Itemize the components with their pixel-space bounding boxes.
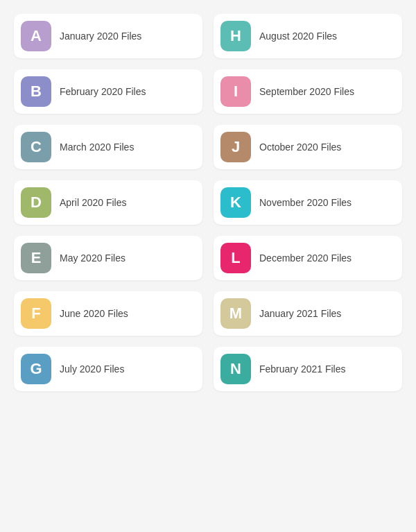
letter-badge: L	[220, 243, 251, 273]
file-item[interactable]: K November 2020 Files	[214, 180, 402, 225]
letter-badge: A	[21, 21, 51, 51]
file-label: June 2020 Files	[60, 308, 128, 319]
letter-badge: J	[220, 132, 251, 162]
file-label: November 2020 Files	[259, 197, 352, 208]
file-label: January 2020 Files	[60, 31, 141, 42]
file-item[interactable]: I September 2020 Files	[214, 69, 402, 114]
file-label: December 2020 Files	[259, 252, 352, 264]
file-label: July 2020 Files	[60, 363, 124, 375]
letter-badge: H	[220, 21, 251, 51]
file-label: May 2020 Files	[60, 252, 125, 264]
letter-badge: C	[21, 132, 51, 162]
file-item[interactable]: H August 2020 Files	[214, 14, 402, 58]
file-label: April 2020 Files	[60, 197, 127, 208]
file-label: March 2020 Files	[60, 141, 134, 153]
file-item[interactable]: D April 2020 Files	[14, 180, 202, 225]
file-item[interactable]: L December 2020 Files	[214, 236, 402, 280]
file-item[interactable]: N February 2021 Files	[214, 347, 402, 391]
file-item[interactable]: A January 2020 Files	[14, 14, 202, 58]
letter-badge: D	[21, 187, 51, 218]
letter-badge: M	[220, 298, 251, 329]
file-label: October 2020 Files	[259, 141, 341, 153]
file-item[interactable]: E May 2020 Files	[14, 236, 202, 280]
letter-badge: I	[220, 76, 251, 107]
file-item[interactable]: C March 2020 Files	[14, 125, 202, 169]
file-label: February 2021 Files	[259, 363, 346, 375]
file-item[interactable]: M January 2021 Files	[214, 291, 402, 336]
letter-badge: E	[21, 243, 51, 273]
file-item[interactable]: B February 2020 Files	[14, 69, 202, 114]
letter-badge: G	[21, 354, 51, 384]
file-grid: A January 2020 Files H August 2020 Files…	[14, 14, 402, 391]
letter-badge: K	[220, 187, 251, 218]
file-item[interactable]: J October 2020 Files	[214, 125, 402, 169]
letter-badge: N	[220, 354, 251, 384]
file-label: February 2020 Files	[60, 86, 146, 97]
file-label: August 2020 Files	[259, 31, 337, 42]
letter-badge: B	[21, 76, 51, 107]
file-label: September 2020 Files	[259, 86, 354, 97]
file-item[interactable]: G July 2020 Files	[14, 347, 202, 391]
file-item[interactable]: F June 2020 Files	[14, 291, 202, 336]
file-label: January 2021 Files	[259, 308, 341, 319]
letter-badge: F	[21, 298, 51, 329]
